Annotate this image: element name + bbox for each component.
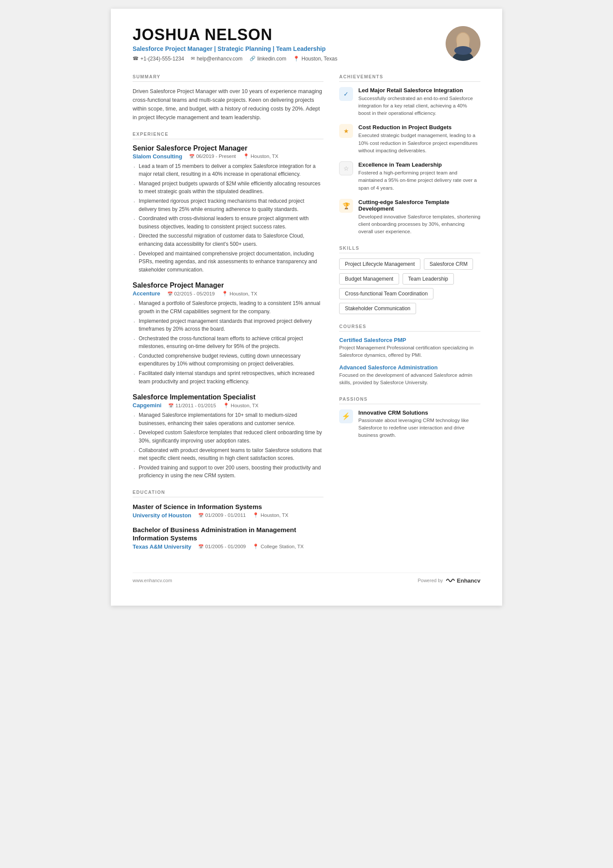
job-company-3: Capgemini <box>133 402 161 409</box>
pin-icon-edu-1: 📍 <box>253 512 259 518</box>
left-column: SUMMARY Driven Salesforce Project Manage… <box>133 74 323 560</box>
job-title-2: Salesforce Project Manager <box>133 282 323 289</box>
education-label: EDUCATION <box>133 489 323 497</box>
achievement-icon-1: ✓ <box>339 87 353 101</box>
cal-icon-edu-2 <box>198 544 203 549</box>
skills-section: SKILLS Project Lifecycle Management Sale… <box>339 245 480 314</box>
linkedin-icon <box>250 56 256 61</box>
skill-tag-5: Cross-functional Team Coordination <box>339 288 433 299</box>
education-section: EDUCATION Master of Science in Informati… <box>133 489 323 550</box>
job-item-1: Senior Salesforce Project Manager Slalom… <box>133 144 323 274</box>
passion-icon-1: ⚡ <box>339 409 353 423</box>
bullet: Collaborated with product development te… <box>133 446 323 462</box>
skills-grid: Project Lifecycle Management Salesforce … <box>339 258 480 314</box>
bullet: Implemented rigorous project tracking me… <box>133 197 323 213</box>
passion-title-1: Innovative CRM Solutions <box>358 409 480 416</box>
course-item-1: Certified Salesforce PMP Project Managem… <box>339 337 480 359</box>
avatar-svg <box>446 26 480 61</box>
header-left: JOSHUA NELSON Salesforce Project Manager… <box>133 26 437 62</box>
bullet: Managed a portfolio of Salesforce projec… <box>133 299 323 315</box>
job-location-1: 📍 Houston, TX <box>243 153 279 159</box>
job-bullets-2: Managed a portfolio of Salesforce projec… <box>133 299 323 385</box>
skill-tag-1: Project Lifecycle Management <box>339 258 420 270</box>
enhancv-logo: Enhancv <box>446 577 480 584</box>
courses-label: COURSES <box>339 324 480 332</box>
bullet: Developed custom Salesforce templates th… <box>133 429 323 445</box>
achievement-title-4: Cutting-edge Salesforce Template Develop… <box>358 199 480 212</box>
course-desc-1: Project Management Professional certific… <box>339 344 480 359</box>
achievements-section: ACHIEVEMENTS ✓ Led Major Retail Salesfor… <box>339 74 480 236</box>
candidate-photo <box>446 26 480 61</box>
passions-label: PASSIONS <box>339 396 480 404</box>
job-item-3: Salesforce Implementation Specialist Cap… <box>133 393 323 480</box>
achievement-desc-2: Executed strategic budget management, le… <box>358 132 480 154</box>
edu-degree-2: Bachelor of Business Administration in M… <box>133 526 323 543</box>
bullet: Managed Salesforce implementations for 1… <box>133 411 323 427</box>
summary-label: SUMMARY <box>133 74 323 82</box>
job-title-3: Salesforce Implementation Specialist <box>133 393 323 401</box>
course-title-2: Advanced Salesforce Administration <box>339 364 480 371</box>
passion-desc-1: Passionate about leveraging CRM technolo… <box>358 417 480 439</box>
achievement-icon-2: ★ <box>339 124 353 138</box>
job-dates-1: 06/2019 - Present <box>189 154 236 159</box>
course-desc-2: Focused on the development of advanced S… <box>339 372 480 387</box>
email-icon <box>191 56 195 61</box>
skill-tag-6: Stakeholder Communication <box>339 303 416 314</box>
edu-location-2: 📍 College Station, TX <box>253 543 303 550</box>
location-contact: 📍 Houston, Texas <box>293 56 337 62</box>
photo-placeholder <box>446 26 480 61</box>
candidate-title: Salesforce Project Manager | Strategic P… <box>133 45 437 52</box>
header: JOSHUA NELSON Salesforce Project Manager… <box>133 26 480 62</box>
edu-degree-1: Master of Science in Information Systems <box>133 503 323 511</box>
achievement-icon-3: ☆ <box>339 161 353 175</box>
edu-institution-2: Texas A&M University <box>133 543 191 550</box>
achievement-content-2: Cost Reduction in Project Budgets Execut… <box>358 124 480 154</box>
skills-label: SKILLS <box>339 245 480 253</box>
resume-page: JOSHUA NELSON Salesforce Project Manager… <box>111 9 502 606</box>
job-company-1: Slalom Consulting <box>133 153 182 160</box>
achievement-content-4: Cutting-edge Salesforce Template Develop… <box>358 199 480 236</box>
enhancv-logo-svg <box>446 577 455 583</box>
job-meta-2: Accenture 02/2015 - 05/2019 📍 Houston, T… <box>133 290 323 297</box>
edu-meta-2: Texas A&M University 01/2005 - 01/2009 📍… <box>133 543 323 550</box>
linkedin-contact: linkedin.com <box>250 56 287 62</box>
bullet: Orchestrated the cross-functional team e… <box>133 335 323 351</box>
edu-item-2: Bachelor of Business Administration in M… <box>133 526 323 550</box>
job-title-1: Senior Salesforce Project Manager <box>133 144 323 152</box>
cal-icon-1 <box>189 154 194 159</box>
job-location-2: 📍 Houston, TX <box>222 291 257 297</box>
course-title-1: Certified Salesforce PMP <box>339 337 480 343</box>
courses-section: COURSES Certified Salesforce PMP Project… <box>339 324 480 387</box>
phone-icon <box>133 56 139 61</box>
achievement-title-2: Cost Reduction in Project Budgets <box>358 124 480 131</box>
achievement-item-3: ☆ Excellence in Team Leadership Fostered… <box>339 161 480 192</box>
job-item-2: Salesforce Project Manager Accenture 02/… <box>133 282 323 385</box>
summary-section: SUMMARY Driven Salesforce Project Manage… <box>133 74 323 122</box>
achievement-title-1: Led Major Retail Salesforce Integration <box>358 87 480 94</box>
skill-tag-3: Budget Management <box>339 273 399 285</box>
pin-icon-1: 📍 <box>243 153 249 159</box>
job-dates-3: 11/2011 - 01/2015 <box>168 403 216 408</box>
summary-text: Driven Salesforce Project Manager with o… <box>133 87 323 122</box>
two-column-layout: SUMMARY Driven Salesforce Project Manage… <box>133 74 480 560</box>
footer-url: www.enhancv.com <box>133 578 172 583</box>
bullet: Implemented project management standards… <box>133 317 323 333</box>
job-dates-2: 02/2015 - 05/2019 <box>167 291 215 296</box>
skill-tag-2: Salesforce CRM <box>424 258 473 270</box>
achievement-icon-4: 🏆 <box>339 199 353 213</box>
cal-icon-edu-1 <box>198 513 203 518</box>
achievement-content-3: Excellence in Team Leadership Fostered a… <box>358 161 480 192</box>
achievement-item-2: ★ Cost Reduction in Project Budgets Exec… <box>339 124 480 154</box>
phone-contact: +1-(234)-555-1234 <box>133 56 184 62</box>
location-icon: 📍 <box>293 56 300 62</box>
job-company-2: Accenture <box>133 290 160 297</box>
edu-dates-1: 01/2009 - 01/2011 <box>198 513 246 518</box>
bullet: Lead a team of 15 members to deliver a c… <box>133 162 323 178</box>
skill-tag-4: Team Leadership <box>403 273 454 285</box>
svg-point-6 <box>454 46 472 55</box>
job-bullets-3: Managed Salesforce implementations for 1… <box>133 411 323 480</box>
powered-by-text: Powered by <box>418 578 443 583</box>
achievement-item-1: ✓ Led Major Retail Salesforce Integratio… <box>339 87 480 117</box>
cal-icon-2 <box>167 291 173 296</box>
bullet: Facilitated daily internal standups and … <box>133 369 323 385</box>
